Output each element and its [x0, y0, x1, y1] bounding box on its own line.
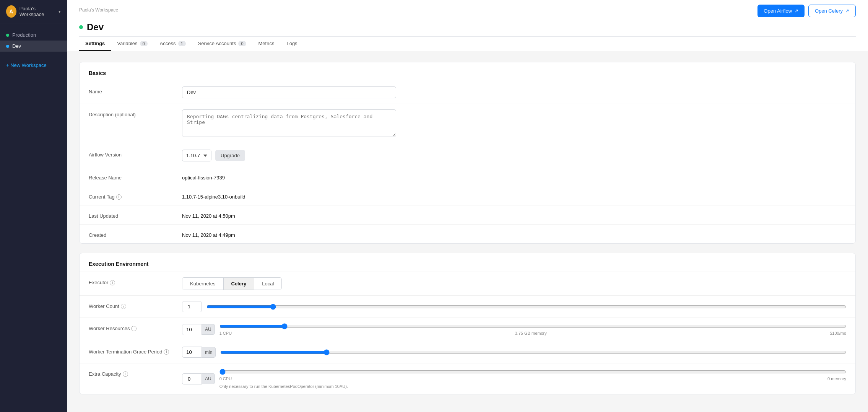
worker-resources-labels: 1 CPU 3.75 GB memory $100/mo: [219, 331, 846, 335]
last-updated-value: Nov 11, 2020 at 4:50pm: [182, 211, 846, 219]
sidebar-item-label: Production: [12, 32, 36, 38]
upgrade-button[interactable]: Upgrade: [215, 150, 245, 161]
release-name-row: Release Name optical-fission-7939: [80, 167, 855, 186]
worker-count-info-icon[interactable]: i: [121, 304, 126, 309]
worker-resources-input[interactable]: [182, 324, 202, 335]
execution-card: Execution Environment Executor i Kuberne…: [79, 253, 856, 394]
termination-slider[interactable]: [220, 349, 846, 355]
main-content: Paola's Workspace Open Airflow ↗ Open Ce…: [67, 0, 868, 412]
page-header: Paola's Workspace Open Airflow ↗ Open Ce…: [67, 0, 868, 51]
tab-variables[interactable]: Variables 0: [111, 37, 153, 51]
airflow-version-controls: 1.10.7 Upgrade: [182, 150, 245, 161]
executor-info-icon[interactable]: i: [110, 280, 115, 285]
executor-kubernetes-button[interactable]: Kubernetes: [182, 278, 224, 290]
current-tag-row: Current Tag i 1.10.7-15-alpine3.10-onbui…: [80, 186, 855, 205]
termination-control: min: [182, 347, 846, 358]
executor-local-button[interactable]: Local: [254, 278, 281, 290]
tab-access-label: Access: [160, 41, 176, 46]
tab-service-accounts-badge: 0: [238, 41, 246, 46]
extra-capacity-input[interactable]: [182, 373, 202, 384]
worker-count-label: Worker Count i: [89, 301, 173, 309]
logo-icon: A: [6, 5, 16, 18]
created-row: Created Nov 11, 2020 at 4:49pm: [80, 224, 855, 243]
worker-resources-info-icon[interactable]: i: [131, 326, 137, 331]
external-link-icon: ↗: [845, 8, 849, 14]
new-workspace-link[interactable]: + New Workspace: [0, 58, 67, 73]
sidebar-item-production[interactable]: Production: [0, 29, 67, 41]
header-top: Paola's Workspace Open Airflow ↗ Open Ce…: [79, 0, 856, 20]
worker-resources-control: AU 1 CPU 3.75 GB memory $100/mo: [182, 323, 846, 335]
extra-capacity-input-group: AU: [182, 373, 215, 384]
tab-access-badge: 1: [178, 41, 186, 46]
worker-count-slider-wrap: [206, 304, 846, 310]
tab-metrics[interactable]: Metrics: [252, 37, 281, 51]
current-tag-info-icon[interactable]: i: [116, 194, 122, 200]
sidebar-workspace-name: Paola's Workspace: [20, 6, 55, 17]
created-label: Created: [89, 230, 173, 238]
termination-row: Worker Termination Grace Period i min: [80, 341, 855, 363]
worker-resources-cost-label: $100/mo: [830, 331, 846, 335]
airflow-version-select[interactable]: 1.10.7: [182, 150, 211, 161]
page-title-row: Dev: [79, 20, 856, 36]
header-actions: Open Airflow ↗ Open Celery ↗: [757, 5, 856, 17]
extra-capacity-slider-wrap: 0 CPU 0 memory Only necessary to run the…: [219, 369, 846, 389]
name-row: Name: [80, 81, 855, 104]
tab-metrics-label: Metrics: [258, 41, 275, 46]
created-value: Nov 11, 2020 at 4:49pm: [182, 230, 846, 238]
tab-logs-label: Logs: [286, 41, 297, 46]
airflow-version-row: Airflow Version 1.10.7 Upgrade: [80, 144, 855, 167]
tabs-bar: Settings Variables 0 Access 1 Service Ac…: [79, 36, 856, 51]
last-updated-row: Last Updated Nov 11, 2020 at 4:50pm: [80, 205, 855, 224]
name-input[interactable]: [182, 86, 396, 98]
open-airflow-button[interactable]: Open Airflow ↗: [757, 5, 805, 17]
basics-card: Basics Name Description (optional) Airfl…: [79, 62, 856, 244]
name-label: Name: [89, 86, 173, 94]
termination-input[interactable]: [182, 347, 202, 358]
tab-settings[interactable]: Settings: [79, 37, 111, 51]
current-tag-label: Current Tag i: [89, 192, 173, 200]
release-name-value: optical-fission-7939: [182, 173, 846, 181]
chevron-down-icon[interactable]: ▾: [59, 9, 61, 14]
page-content: Basics Name Description (optional) Airfl…: [67, 51, 868, 412]
tab-variables-label: Variables: [117, 41, 137, 46]
airflow-version-label: Airflow Version: [89, 150, 173, 158]
open-airflow-label: Open Airflow: [764, 8, 792, 14]
status-dot: [79, 25, 83, 29]
sidebar-item-dev[interactable]: Dev: [0, 41, 67, 52]
external-link-icon: ↗: [794, 8, 798, 14]
worker-count-input[interactable]: [182, 301, 202, 312]
executor-group: Kubernetes Celery Local: [182, 277, 282, 290]
worker-resources-slider-wrap: 1 CPU 3.75 GB memory $100/mo: [219, 323, 846, 335]
breadcrumb: Paola's Workspace: [79, 7, 118, 13]
dev-status-dot: [6, 45, 9, 48]
extra-capacity-info-icon[interactable]: i: [123, 371, 128, 377]
extra-capacity-memory-label: 0 memory: [827, 376, 846, 381]
production-status-dot: [6, 34, 9, 37]
extra-capacity-unit: AU: [202, 373, 215, 384]
tab-service-accounts[interactable]: Service Accounts 0: [192, 37, 252, 51]
worker-resources-unit: AU: [202, 324, 215, 335]
executor-celery-button[interactable]: Celery: [224, 278, 255, 290]
sidebar-nav: Production Dev: [0, 23, 67, 58]
description-textarea[interactable]: [182, 109, 396, 137]
termination-info-icon[interactable]: i: [164, 349, 169, 355]
tab-logs[interactable]: Logs: [280, 37, 303, 51]
tab-service-accounts-label: Service Accounts: [198, 41, 236, 46]
last-updated-label: Last Updated: [89, 211, 173, 219]
open-celery-button[interactable]: Open Celery ↗: [808, 5, 856, 17]
extra-capacity-control: AU 0 CPU 0 memory Only necessary to run …: [182, 369, 846, 389]
page-title: Dev: [87, 22, 104, 33]
extra-capacity-slider[interactable]: [219, 369, 846, 375]
tab-access[interactable]: Access 1: [154, 37, 192, 51]
executor-label: Executor i: [89, 277, 173, 285]
worker-resources-label: Worker Resources i: [89, 323, 173, 331]
tab-variables-badge: 0: [140, 41, 148, 46]
description-label: Description (optional): [89, 109, 173, 117]
worker-count-control: [182, 301, 846, 312]
worker-resources-cpu-label: 1 CPU: [219, 331, 232, 335]
worker-count-slider[interactable]: [206, 304, 846, 310]
sidebar-item-label: Dev: [12, 43, 21, 49]
worker-resources-slider[interactable]: [219, 323, 846, 329]
extra-capacity-hint: Only necessary to run the KubernetesPodO…: [219, 384, 846, 389]
workspace-title-area: Paola's Workspace: [79, 6, 118, 16]
